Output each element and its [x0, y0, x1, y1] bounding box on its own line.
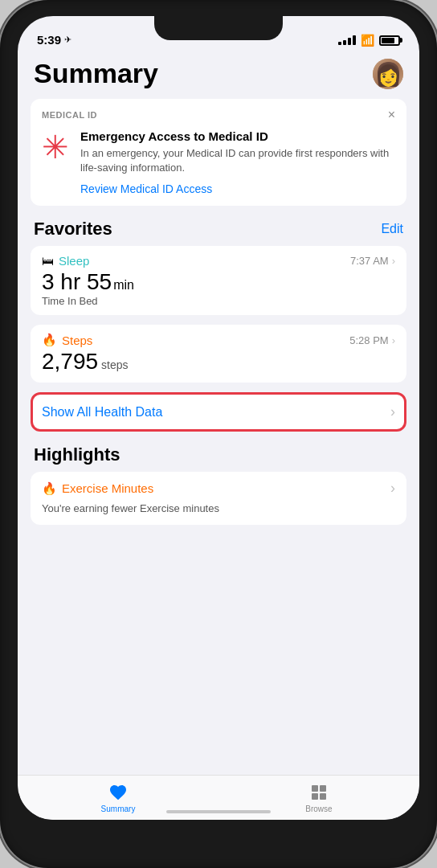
page-header: Summary	[18, 51, 419, 99]
status-icons: 📶	[338, 34, 400, 47]
page-title: Summary	[34, 58, 158, 89]
steps-unit: steps	[101, 358, 128, 371]
steps-card[interactable]: 🔥 Steps 5:28 PM › 2,795 steps	[31, 325, 406, 383]
show-all-chevron: ›	[390, 403, 395, 420]
show-all-label: Show All Health Data	[42, 405, 162, 420]
medical-id-label: MEDICAL ID	[42, 110, 97, 120]
avatar-image	[373, 59, 403, 89]
sleep-item-title: 🛏 Sleep	[42, 254, 89, 268]
steps-item[interactable]: 🔥 Steps 5:28 PM › 2,795 steps	[31, 325, 406, 383]
steps-item-title: 🔥 Steps	[42, 333, 92, 347]
highlights-item-top: 🔥 Exercise Minutes ›	[42, 480, 395, 497]
scroll-content: Summary MEDICAL ID × ✳ Emergency Access …	[18, 51, 419, 820]
highlights-description: You're earning fewer Exercise minutes	[42, 502, 395, 516]
heart-icon	[108, 783, 128, 802]
steps-icon: 🔥	[42, 333, 57, 347]
signal-bar-2	[343, 40, 346, 45]
battery-fill	[382, 38, 394, 43]
highlights-chevron: ›	[390, 480, 395, 497]
status-time: 5:39	[37, 33, 61, 47]
phone-frame: 5:39 ✈ 📶 Summary	[0, 0, 437, 868]
sleep-value: 3 hr 55	[42, 269, 112, 295]
sleep-item-top: 🛏 Sleep 7:37 AM ›	[42, 254, 395, 268]
notch	[154, 16, 283, 40]
favorites-section-header: Favorites Edit	[18, 219, 419, 246]
signal-bar-1	[338, 42, 341, 45]
sleep-value-row: 3 hr 55 min	[42, 269, 395, 295]
steps-time-value: 5:28 PM	[349, 334, 388, 346]
signal-bars	[338, 35, 356, 45]
exercise-icon: 🔥	[42, 481, 57, 496]
sleep-card[interactable]: 🛏 Sleep 7:37 AM › 3 hr 55 min Time In Be…	[31, 246, 406, 315]
show-all-wrapper: Show All Health Data ›	[31, 392, 406, 432]
sleep-min: min	[113, 278, 134, 293]
medical-id-card-header: MEDICAL ID ×	[42, 108, 395, 121]
wifi-icon: 📶	[361, 34, 374, 47]
location-icon: ✈	[64, 35, 71, 45]
medical-id-content: ✳ Emergency Access to Medical ID In an e…	[42, 129, 395, 196]
svg-rect-1	[320, 785, 326, 792]
svg-rect-3	[320, 793, 326, 800]
signal-bar-3	[348, 38, 351, 45]
screen: 5:39 ✈ 📶 Summary	[18, 16, 419, 820]
favorites-edit-button[interactable]: Edit	[381, 222, 403, 236]
sleep-time-value: 7:37 AM	[350, 255, 389, 267]
steps-value-row: 2,795 steps	[42, 349, 395, 375]
tab-summary-label: Summary	[101, 805, 136, 813]
review-medical-id-link[interactable]: Review Medical ID Access	[80, 182, 212, 195]
sleep-chevron: ›	[392, 255, 395, 267]
medical-id-description: In an emergency, your Medical ID can pro…	[80, 146, 395, 175]
tab-browse-label: Browse	[305, 805, 332, 813]
steps-time: 5:28 PM ›	[349, 334, 395, 346]
home-indicator	[166, 810, 271, 813]
medical-asterisk-icon: ✳	[42, 131, 69, 163]
signal-bar-4	[353, 35, 356, 45]
exercise-name: Exercise Minutes	[62, 481, 153, 495]
medical-id-text: Emergency Access to Medical ID In an eme…	[80, 129, 395, 196]
medical-id-title: Emergency Access to Medical ID	[80, 129, 395, 143]
highlights-title: Highlights	[34, 444, 120, 465]
highlights-section-header: Highlights	[18, 444, 419, 472]
highlights-item-title: 🔥 Exercise Minutes	[42, 481, 153, 496]
sleep-icon: 🛏	[42, 254, 54, 268]
sleep-name: Sleep	[59, 254, 89, 268]
highlights-card[interactable]: 🔥 Exercise Minutes › You're earning fewe…	[31, 472, 406, 524]
close-button[interactable]: ×	[388, 108, 395, 121]
medical-id-card: MEDICAL ID × ✳ Emergency Access to Medic…	[31, 99, 406, 206]
avatar[interactable]	[373, 59, 403, 89]
steps-chevron: ›	[392, 334, 395, 346]
svg-rect-2	[312, 793, 318, 800]
show-all-button[interactable]: Show All Health Data ›	[31, 392, 406, 432]
sleep-time: 7:37 AM ›	[350, 255, 395, 267]
browse-icon	[309, 783, 329, 802]
sleep-item[interactable]: 🛏 Sleep 7:37 AM › 3 hr 55 min Time In Be…	[31, 246, 406, 315]
steps-name: Steps	[62, 334, 92, 347]
steps-value: 2,795	[42, 349, 98, 375]
favorites-title: Favorites	[34, 219, 112, 240]
steps-item-top: 🔥 Steps 5:28 PM ›	[42, 333, 395, 347]
battery-icon	[379, 35, 400, 46]
sleep-sublabel: Time In Bed	[42, 295, 395, 307]
svg-rect-0	[312, 785, 318, 792]
